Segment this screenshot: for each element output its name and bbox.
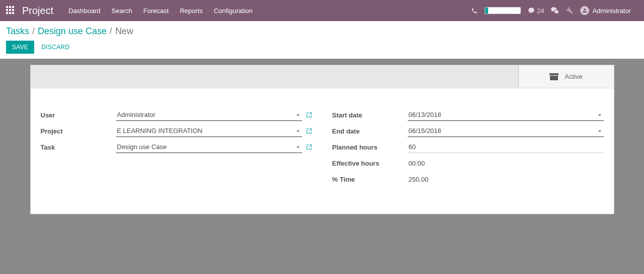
user-menu[interactable]: Administrator xyxy=(580,6,638,15)
active-status-label: Active xyxy=(565,73,582,80)
user-label: User xyxy=(41,111,116,119)
end-date-input[interactable] xyxy=(408,125,604,137)
form-sheet: Active User xyxy=(30,65,614,214)
nav-configuration[interactable]: Configuration xyxy=(214,7,252,15)
planned-hours-label: Planned hours xyxy=(332,144,408,151)
breadcrumb: Tasks / Design use Case / New xyxy=(6,26,638,37)
form-left-column: User Project xyxy=(41,108,312,189)
row-project: Project xyxy=(41,124,312,138)
project-label: Project xyxy=(41,127,116,135)
row-task: Task xyxy=(41,141,312,154)
apps-icon[interactable] xyxy=(6,6,15,15)
brand-title[interactable]: Project xyxy=(22,5,53,17)
conversations-icon[interactable] xyxy=(551,7,559,14)
progress-indicator[interactable] xyxy=(485,7,521,14)
nav-reports[interactable]: Reports xyxy=(180,7,203,15)
sheet-wrapper: Active User xyxy=(0,65,644,214)
breadcrumb-root[interactable]: Tasks xyxy=(6,26,29,37)
sheet-header: Active xyxy=(31,65,614,88)
progress-bar-fill xyxy=(485,8,488,14)
archive-icon xyxy=(549,73,559,80)
nav-forecast[interactable]: Forecast xyxy=(143,7,169,15)
start-date-label: Start date xyxy=(332,111,408,119)
top-navbar: Project Dashboard Search Forecast Report… xyxy=(0,0,644,21)
control-bar: Tasks / Design use Case / New SAVE DISCA… xyxy=(0,21,644,59)
nav-search[interactable]: Search xyxy=(112,7,132,15)
nav-dashboard[interactable]: Dashboard xyxy=(68,7,101,15)
phone-icon[interactable] xyxy=(471,8,478,14)
breadcrumb-current: New xyxy=(115,26,133,37)
end-date-label: End date xyxy=(332,127,408,135)
row-user: User xyxy=(41,108,312,121)
user-avatar-icon xyxy=(580,6,589,15)
user-input[interactable] xyxy=(116,109,302,121)
nav-menu: Dashboard Search Forecast Reports Config… xyxy=(68,7,252,15)
percent-time-value: 250.00 xyxy=(408,174,430,185)
form-right-column: Start date End date xyxy=(332,108,604,189)
task-label: Task xyxy=(41,144,116,151)
messages-count: 24 xyxy=(537,7,544,15)
row-effective-hours: Effective hours 00:00 xyxy=(332,157,604,170)
discard-button[interactable]: DISCARD xyxy=(41,44,69,51)
effective-hours-label: Effective hours xyxy=(332,160,408,167)
row-start-date: Start date xyxy=(332,108,604,121)
task-input[interactable] xyxy=(116,141,302,153)
breadcrumb-sep: / xyxy=(110,26,112,37)
sheet-body: User Project xyxy=(31,88,614,214)
header-spacer xyxy=(31,65,518,88)
task-external-link-icon[interactable] xyxy=(306,144,312,150)
user-name-label: Administrator xyxy=(592,7,631,15)
project-external-link-icon[interactable] xyxy=(306,128,312,134)
nav-right: 24 Administrator xyxy=(471,6,638,15)
active-status-button[interactable]: Active xyxy=(518,65,614,88)
row-end-date: End date xyxy=(332,124,604,138)
messages-icon[interactable]: 24 xyxy=(528,7,544,15)
chevron-down-icon xyxy=(634,9,638,13)
start-date-input[interactable] xyxy=(408,109,604,121)
planned-hours-input[interactable] xyxy=(408,141,604,153)
percent-time-label: % Time xyxy=(332,176,408,183)
user-external-link-icon[interactable] xyxy=(306,112,312,118)
settings-wrench-icon[interactable] xyxy=(566,7,573,14)
project-input[interactable] xyxy=(116,125,302,137)
action-buttons: SAVE DISCARD xyxy=(6,41,638,54)
effective-hours-value: 00:00 xyxy=(408,158,426,169)
save-button[interactable]: SAVE xyxy=(6,41,34,54)
row-planned-hours: Planned hours xyxy=(332,141,604,154)
breadcrumb-sep: / xyxy=(32,26,35,37)
breadcrumb-parent[interactable]: Design use Case xyxy=(38,26,107,37)
row-percent-time: % Time 250.00 xyxy=(332,173,604,186)
